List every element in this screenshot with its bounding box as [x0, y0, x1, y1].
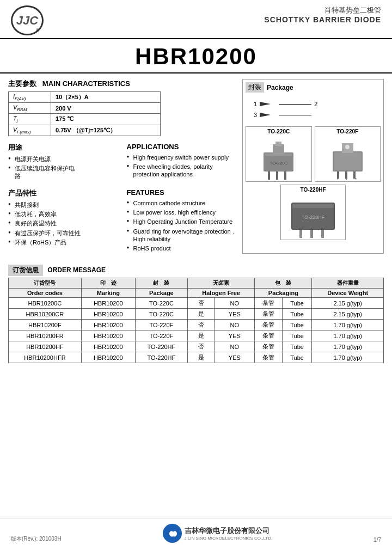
product-type-chinese: 肖特基势垒二极管 — [54, 5, 381, 15]
svg-marker-1 — [260, 113, 271, 117]
applications-title-en: APPLICATIONS — [127, 143, 237, 151]
order-section: 订货信息 ORDER MESSAGE 订货型号 印 迹 封 装 无卤素 包 装 … — [8, 265, 384, 363]
applications-cn-list: 电源开关电源 低压续流电容和保护电路 — [8, 155, 119, 180]
footer-logo-icon — [163, 524, 182, 543]
svg-rect-8 — [265, 154, 292, 156]
svg-text:1: 1 — [336, 177, 339, 180]
list-item: Common cathode structure — [127, 199, 237, 207]
list-item: 低压续流电容和保护电路 — [8, 164, 119, 180]
to220c-image: TO-220C — [248, 136, 310, 180]
svg-rect-23 — [299, 230, 302, 238]
table-row: HBR10200HFR HBR10200 TO-220HF 是 YES 条管 T… — [9, 352, 384, 363]
svg-rect-11 — [334, 152, 362, 170]
to220f-svg: 1 2 3 — [322, 136, 373, 180]
list-item: 良好的高温特性 — [8, 219, 119, 227]
footer-company-cn: 吉林华微电子股份有限公司 — [185, 526, 273, 536]
table-header-cn: 订货型号 印 迹 封 装 无卤素 包 装 器件重量 — [9, 278, 384, 289]
company-logo: JJC ® — [11, 5, 44, 35]
pin-1-row: 1 2 — [254, 101, 317, 107]
features-en-list: Common cathode structure Low power loss,… — [127, 199, 237, 253]
features-title-cn: 产品特性 — [8, 188, 119, 198]
svg-text:TO-220HF: TO-220HF — [302, 215, 325, 220]
footer-company: 吉林华微电子股份有限公司 JILIN SINO MICROELECTRONICS… — [163, 524, 273, 543]
svg-rect-6 — [276, 172, 278, 180]
package-to220c: TO-220C TO-220 — [246, 126, 312, 182]
features-cn: 产品特性 共阴接刺 低功耗，高效率 良好的高温特性 有过压保护环，可靠性性 环保… — [8, 188, 119, 254]
list-item: High Operating Junction Temperature — [127, 218, 237, 225]
features-en: FEATURES Common cathode structure Low po… — [127, 188, 237, 254]
svg-text:TO-220C: TO-220C — [270, 161, 288, 166]
main-content: 主要参数 MAIN CHARACTERISTICS IF(AV) 10（2×5）… — [0, 74, 392, 259]
trademark-symbol: ® — [36, 28, 39, 33]
package-to220hf: TO-220HF TO-220HF — [280, 185, 346, 240]
applications-en: APPLICATIONS High frequency switch power… — [127, 143, 237, 182]
order-section-title-cn: 订货信息 — [8, 265, 43, 276]
to220f-image: 1 2 3 — [317, 136, 379, 180]
package-panel: 封装 Package 1 2 3 — [242, 79, 384, 254]
table-row: VRRM 200 V — [9, 103, 161, 114]
table-row: HBR10200C HBR10200 TO-220C 否 NO 条管 Tube … — [9, 298, 384, 309]
table-row: HBR10200F HBR10200 TO-220F 否 NO 条管 Tube … — [9, 320, 384, 330]
svg-text:2: 2 — [354, 177, 357, 180]
svg-rect-4 — [275, 142, 281, 146]
header: JJC ® 肖特基势垒二极管 SCHOTTKY BARRIER DIODE — [0, 0, 392, 39]
svg-rect-24 — [310, 230, 313, 238]
list-item: 电源开关电源 — [8, 155, 119, 163]
package-to220f: TO-220F — [315, 126, 381, 182]
package-label-cn: 封装 — [246, 82, 264, 93]
applications-title-cn: 用途 — [8, 143, 119, 152]
logo-area: JJC ® — [11, 5, 44, 35]
footer: 版本(Rev.): 201003H 吉林华微电子股份有限公司 JILIN SIN… — [0, 518, 392, 543]
order-section-title-en: ORDER MESSAGE — [47, 266, 106, 274]
footer-page: 1/7 — [373, 537, 381, 543]
list-item: Free wheeling diodes, polarity protectio… — [127, 163, 237, 179]
package-label-en: Package — [267, 84, 293, 91]
list-item: Low power loss, high efficiency — [127, 209, 237, 216]
package-header: 封装 Package — [246, 82, 381, 93]
table-header-en: Order codes Marking Package Halogen Free… — [9, 289, 384, 298]
package-top-row: TO-220C TO-220 — [246, 126, 381, 182]
pin-diagram: 1 2 3 — [246, 95, 381, 124]
applications-en-list: High frequency switch power supply Free … — [127, 154, 237, 179]
table-row: HBR10200HF HBR10200 TO-220HF 否 NO 条管 Tub… — [9, 341, 384, 352]
characteristics-table: IF(AV) 10（2×5）A VRRM 200 V Tj 175 ℃ VF(m… — [8, 91, 161, 136]
svg-rect-5 — [268, 172, 270, 180]
to220hf-image: TO-220HF — [283, 194, 344, 238]
pin-1-arrow-icon — [260, 101, 276, 107]
svg-marker-0 — [260, 102, 271, 106]
pin-3-arrow-icon — [260, 112, 276, 118]
footer-company-en: JILIN SINO MICROELECTRONICS CO.,LTD. — [185, 536, 273, 541]
to220hf-svg: TO-220HF — [283, 194, 343, 238]
svg-point-13 — [345, 145, 350, 149]
table-row: Tj 175 ℃ — [9, 114, 161, 125]
product-model: HBR10200 — [0, 39, 392, 74]
characteristics-title: 主要参数 MAIN CHARACTERISTICS — [8, 79, 237, 89]
list-item: 有过压保护环，可靠性性 — [8, 229, 119, 237]
table-row: IF(AV) 10（2×5）A — [9, 92, 161, 103]
svg-text:3: 3 — [345, 177, 347, 180]
applications-section: 用途 电源开关电源 低压续流电容和保护电路 APPLICATIONS High … — [8, 143, 237, 182]
list-item: 低功耗，高效率 — [8, 210, 119, 218]
characteristics-section: 主要参数 MAIN CHARACTERISTICS IF(AV) 10（2×5）… — [8, 79, 237, 136]
footer-version: 版本(Rev.): 201003H — [11, 535, 62, 543]
svg-rect-7 — [284, 172, 286, 180]
features-title-en: FEATURES — [127, 188, 237, 197]
svg-rect-22 — [292, 204, 334, 208]
header-right: 肖特基势垒二极管 SCHOTTKY BARRIER DIODE — [54, 5, 381, 24]
package-bottom-row: TO-220HF TO-220HF — [246, 185, 381, 240]
table-row: HBR10200FR HBR10200 TO-220F 是 YES 条管 Tub… — [9, 330, 384, 341]
to220c-svg: TO-220C — [253, 136, 304, 180]
table-row: HBR10200CR HBR10200 TO-220C 是 YES 条管 Tub… — [9, 309, 384, 320]
pin-3-row: 3 — [254, 112, 311, 118]
product-type-english: SCHOTTKY BARRIER DIODE — [54, 15, 381, 24]
list-item: Guard ring for overvoltage protection，Hi… — [127, 228, 237, 243]
features-section: 产品特性 共阴接刺 低功耗，高效率 良好的高温特性 有过压保护环，可靠性性 环保… — [8, 188, 237, 254]
applications-cn: 用途 电源开关电源 低压续流电容和保护电路 — [8, 143, 119, 182]
order-table: 订货型号 印 迹 封 装 无卤素 包 装 器件重量 Order codes Ma… — [8, 278, 384, 363]
features-cn-list: 共阴接刺 低功耗，高效率 良好的高温特性 有过压保护环，可靠性性 环保（RoHS… — [8, 201, 119, 246]
list-item: High frequency switch power supply — [127, 154, 237, 161]
list-item: 共阴接刺 — [8, 201, 119, 209]
table-row: VF(max) 0.75V （@Tj=125℃） — [9, 125, 161, 136]
order-section-header: 订货信息 ORDER MESSAGE — [8, 265, 384, 278]
list-item: RoHS product — [127, 244, 237, 252]
